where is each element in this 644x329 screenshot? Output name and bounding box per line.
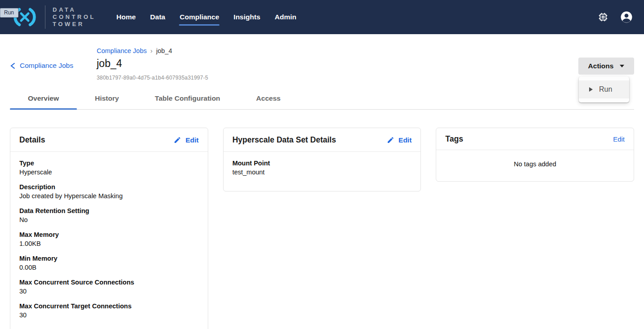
chevron-down-icon: [620, 65, 624, 67]
actions-menu: Run: [579, 76, 629, 102]
nav-item-data[interactable]: Data: [150, 10, 165, 24]
tags-card-title: Tags: [445, 134, 463, 144]
hyperscale-edit-button[interactable]: Edit: [387, 136, 411, 144]
nav-item-compliance[interactable]: Compliance: [179, 10, 219, 24]
details-edit-button[interactable]: Edit: [174, 136, 198, 144]
logo-divider: [45, 5, 45, 29]
topbar-right: [595, 9, 638, 25]
nav-item-insights[interactable]: Insights: [233, 10, 260, 24]
back-link[interactable]: Compliance Jobs: [10, 62, 73, 70]
detail-field-description: Description Job created by Hyperscale Ma…: [19, 183, 199, 200]
tab-access[interactable]: Access: [238, 89, 299, 109]
top-navigation-bar: DATA CONTROL TOWER Home Data Compliance …: [0, 0, 644, 34]
hyperscale-field-mount-point: Mount Point test_mount: [233, 160, 412, 176]
app-root: Run DATA CONTROL TOWER Home Data Complia…: [0, 0, 644, 329]
breadcrumb-separator-icon: ›: [150, 47, 152, 54]
details-edit-label: Edit: [185, 136, 198, 144]
tags-edit-button[interactable]: Edit: [613, 135, 625, 143]
tags-card: Tags Edit No tags added: [436, 128, 634, 182]
tab-bar: Overview History Table Configuration Acc…: [10, 89, 634, 110]
cards-grid: Details Edit Type Hyperscale Description…: [10, 128, 634, 329]
back-link-label: Compliance Jobs: [20, 62, 73, 70]
tab-history[interactable]: History: [77, 89, 137, 109]
play-icon: [589, 87, 593, 92]
menu-item-run-label: Run: [599, 85, 612, 93]
nav-item-home[interactable]: Home: [116, 10, 136, 24]
page-head: Compliance Jobs Compliance Jobs › job_4 …: [0, 34, 644, 81]
page-head-center: Compliance Jobs › job_4 job_4 380b1797-8…: [97, 47, 634, 81]
menu-item-run[interactable]: Run: [579, 80, 629, 98]
account-icon[interactable]: [619, 9, 634, 25]
hyperscale-card-title: Hyperscale Data Set Details: [233, 135, 336, 145]
detail-field-type: Type Hyperscale: [19, 160, 199, 176]
actions-dropdown: Actions Run: [578, 58, 634, 75]
tags-edit-label: Edit: [613, 135, 625, 143]
detail-field-max-target-connections: Max Concurrent Target Connections 30: [19, 302, 199, 319]
pencil-icon: [387, 136, 394, 144]
tab-table-configuration[interactable]: Table Configuration: [137, 89, 238, 109]
page-uuid: 380b1797-89a0-4d75-a1b4-607935a31997-5: [97, 75, 634, 81]
app-logo[interactable]: DATA CONTROL TOWER: [12, 5, 96, 29]
pencil-icon: [174, 136, 181, 144]
page-title: job_4: [97, 58, 634, 70]
breadcrumb-parent[interactable]: Compliance Jobs: [97, 47, 147, 54]
detail-field-max-source-connections: Max Concurrent Source Connections 30: [19, 279, 199, 295]
chevron-left-icon: [10, 62, 16, 69]
details-card-title: Details: [19, 135, 45, 145]
detail-field-max-memory: Max Memory 1.00KB: [19, 231, 199, 247]
actions-button[interactable]: Actions: [578, 58, 634, 75]
logo-wordmark: DATA CONTROL TOWER: [53, 6, 96, 28]
detail-field-data-retention: Data Retention Setting No: [19, 207, 199, 223]
tags-empty-message: No tags added: [445, 158, 625, 171]
actions-button-label: Actions: [588, 62, 614, 70]
tab-overview[interactable]: Overview: [10, 89, 77, 109]
chip-icon[interactable]: [595, 9, 611, 25]
details-card: Details Edit Type Hyperscale Description…: [10, 128, 208, 329]
nav-item-admin[interactable]: Admin: [275, 10, 296, 24]
breadcrumb: Compliance Jobs › job_4: [97, 47, 634, 54]
hyperscale-dataset-card: Hyperscale Data Set Details Edit Mount P…: [223, 128, 421, 191]
hyperscale-edit-label: Edit: [398, 136, 411, 144]
detail-field-min-memory: Min Memory 0.00B: [19, 255, 199, 271]
drag-tooltip: Run: [0, 8, 18, 18]
main-nav: Home Data Compliance Insights Admin: [116, 10, 296, 24]
breadcrumb-current: job_4: [156, 47, 172, 54]
